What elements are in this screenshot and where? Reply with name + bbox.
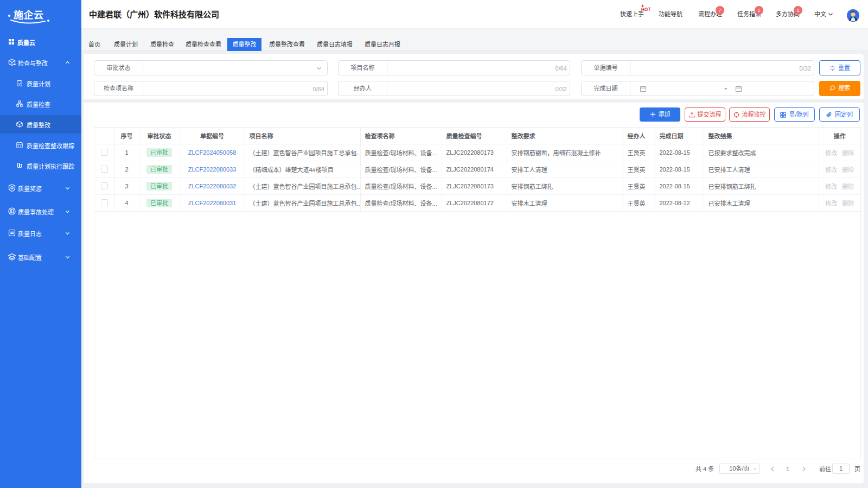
svg-text:HOT: HOT [641, 7, 651, 12]
